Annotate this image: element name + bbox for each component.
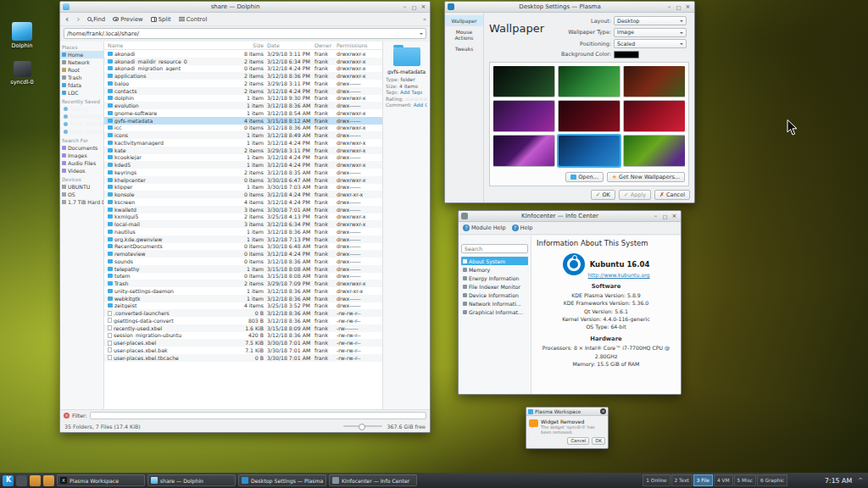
pager-cell[interactable]: 2 Text (671, 474, 693, 486)
table-row[interactable]: khelpcenter 0 items 3/30/18 6:47 AM fran… (104, 176, 382, 184)
desktop-icon[interactable]: syncdl-0 (2, 61, 42, 86)
table-row[interactable]: nautilus 1 item 3/12/18 8:36 AM frank dr… (104, 228, 382, 236)
table-row[interactable]: akonadi_maildir_resource_0 2 items 3/12/… (104, 58, 382, 65)
column-name[interactable]: Name (108, 42, 236, 48)
table-row[interactable]: sounds 0 items 3/12/18 8:36 AM frank drw… (104, 258, 382, 265)
column-owner[interactable]: Owner (314, 42, 337, 48)
places-item[interactable]: Search For (60, 136, 103, 144)
wallpaper-thumbnail[interactable] (559, 66, 620, 97)
table-row[interactable]: unity-settings-daemon 1 item 3/12/18 8:3… (104, 287, 382, 295)
places-item[interactable]: Recently Saved (60, 97, 103, 105)
task-button[interactable]: KInfocenter — Info Center (329, 474, 417, 486)
wallpaper-thumbnail[interactable] (493, 101, 554, 131)
module-tree-item[interactable]: About System (461, 257, 528, 265)
table-row[interactable]: contacts 2 items 3/12/18 4:24 PM frank d… (104, 87, 382, 95)
places-item[interactable]: Audio Files (60, 159, 103, 167)
maximize-icon[interactable] (675, 3, 682, 11)
module-tree-item[interactable]: Device Information (461, 291, 528, 299)
forward-button[interactable] (75, 15, 81, 24)
places-item[interactable]: LDC (60, 89, 103, 97)
split-button[interactable]: Split (149, 15, 173, 24)
back-button[interactable] (64, 15, 70, 24)
toolbar-overflow-icon[interactable] (423, 16, 426, 23)
infocenter-titlebar[interactable]: KInfocenter — Info Center (459, 211, 681, 222)
search-input[interactable] (461, 244, 528, 253)
table-row[interactable]: webkitgtk 1 item 3/12/18 8:36 AM frank d… (104, 295, 382, 302)
table-row[interactable]: klipper 1 item 3/30/18 7:03 AM frank drw… (104, 184, 382, 191)
settings-titlebar[interactable]: Desktop Settings — Plasma (445, 2, 694, 13)
control-button[interactable]: Control (177, 15, 209, 24)
column-date[interactable]: Date (267, 42, 314, 48)
pager-cell[interactable]: 1 Online (643, 474, 670, 486)
task-button[interactable]: Plasma Workspace (57, 474, 145, 486)
table-row[interactable]: gsettings-data-convert 803 B 3/12/18 8:3… (104, 317, 382, 324)
table-row[interactable]: kwalletd 3 items 3/30/18 7:01 AM frank d… (104, 206, 382, 214)
table-row[interactable]: telepathy 1 item 3/15/18 8:08 AM frank d… (104, 265, 382, 273)
table-row[interactable]: user-places.xbel.tbcache 0 B 3/30/18 7:0… (104, 354, 382, 362)
launcher-icon[interactable] (16, 475, 27, 486)
places-item[interactable]: Last Month (60, 128, 103, 136)
table-row[interactable]: kscreen 4 items 3/12/18 4:24 PM frank dr… (104, 198, 382, 206)
table-row[interactable]: kate 2 items 3/29/18 3:11 PM frank drwxr… (104, 147, 382, 154)
places-item[interactable]: Videos (60, 167, 103, 175)
desktop[interactable]: Dolphin syncdl-0 share — Dolphin Find Pr… (0, 0, 868, 488)
dolphin-titlebar[interactable]: share — Dolphin (60, 2, 430, 13)
module-tree-item[interactable]: Memory (461, 265, 528, 274)
table-row[interactable]: icons 1 item 3/12/18 8:49 AM frank drwx-… (104, 131, 382, 139)
table-row[interactable]: session_migration-ubuntu 420 B 3/12/18 8… (104, 332, 382, 340)
info-value[interactable]: folder (401, 77, 415, 82)
wallpaper-thumbnail[interactable] (559, 101, 620, 131)
places-item[interactable]: OS (60, 191, 103, 198)
close-filter-icon[interactable] (64, 413, 70, 419)
table-row[interactable]: local-mail 3 items 3/12/18 6:34 PM frank… (104, 220, 382, 228)
tray-expander-icon[interactable] (858, 477, 865, 484)
ok-button[interactable]: OK (591, 190, 615, 200)
wallpaper-type-select[interactable]: Image (614, 28, 687, 37)
pager-cell[interactable]: 6 Graphic (757, 474, 787, 486)
places-item[interactable]: Yesterday (60, 113, 103, 120)
notification-titlebar[interactable]: Plasma Workspace (526, 408, 608, 416)
table-row[interactable]: gvfs-metadata 4 items 3/15/18 8:12 AM fr… (104, 117, 382, 125)
places-item[interactable]: UBUNTU (60, 183, 103, 191)
find-button[interactable]: Find (86, 15, 107, 24)
column-permissions[interactable]: Permissions (337, 42, 381, 48)
table-row[interactable]: gnome-software 1 item 3/12/18 8:54 AM fr… (104, 109, 382, 117)
chevron-down-icon[interactable] (420, 33, 423, 36)
close-icon[interactable] (420, 3, 427, 11)
help-button[interactable]: Help (512, 225, 533, 231)
table-row[interactable]: dolphin 1 item 3/12/18 9:30 PM frank drw… (104, 95, 382, 103)
table-row[interactable]: baloo 2 items 3/29/18 3:11 PM frank drwx… (104, 80, 382, 87)
minimize-icon[interactable] (665, 3, 673, 11)
places-item[interactable]: Documents (60, 144, 103, 152)
table-row[interactable]: Trash 2 items 3/29/18 7:09 PM frank drwx… (104, 280, 382, 287)
places-item[interactable]: Devices (60, 175, 103, 183)
wallpaper-thumbnail[interactable] (493, 136, 554, 166)
table-row[interactable]: zeitgeist 4 items 3/25/18 3:52 PM frank … (104, 302, 382, 310)
preview-button[interactable]: Preview (111, 15, 144, 24)
get-new-wallpapers-button[interactable]: Get New Wallpapers... (607, 172, 685, 182)
minimize-icon[interactable] (401, 3, 409, 11)
wallpaper-thumbnail[interactable] (493, 66, 554, 97)
desktop-icon[interactable]: Dolphin (2, 22, 42, 49)
info-value[interactable]: Add Comment (414, 103, 427, 108)
table-row[interactable]: kcookiejar 1 item 3/12/18 4:24 PM frank … (104, 154, 382, 162)
table-row[interactable]: kactivitymanagerd 1 item 3/12/18 4:24 PM… (104, 139, 382, 147)
cancel-button[interactable]: Cancel (654, 190, 690, 200)
table-row[interactable]: keyrings 2 items 3/12/18 8:35 AM frank d… (104, 169, 382, 176)
wallpaper-thumbnail[interactable] (559, 136, 620, 166)
table-row[interactable]: recently-used.xbel 1.6 KiB 3/15/18 8:09 … (104, 324, 382, 332)
places-item[interactable]: Trash (60, 74, 103, 81)
background-color-swatch[interactable] (614, 51, 639, 58)
wallpaper-thumbnail[interactable] (624, 136, 685, 166)
task-button[interactable]: share — Dolphin (147, 474, 236, 486)
table-row[interactable]: kded5 1 item 3/12/18 4:24 PM frank drwxr… (104, 161, 382, 169)
launcher-icon[interactable] (43, 475, 54, 486)
places-item[interactable]: Home (60, 51, 103, 58)
close-icon[interactable] (684, 3, 692, 11)
module-tree-item[interactable]: Energy Information (461, 274, 528, 282)
clock[interactable]: 7:15 AM (821, 477, 855, 485)
layout-select[interactable]: Desktop (614, 16, 687, 25)
task-button[interactable]: Desktop Settings — Plasma (238, 474, 326, 486)
launcher-icon[interactable] (30, 475, 41, 486)
places-item[interactable]: Images (60, 152, 103, 159)
